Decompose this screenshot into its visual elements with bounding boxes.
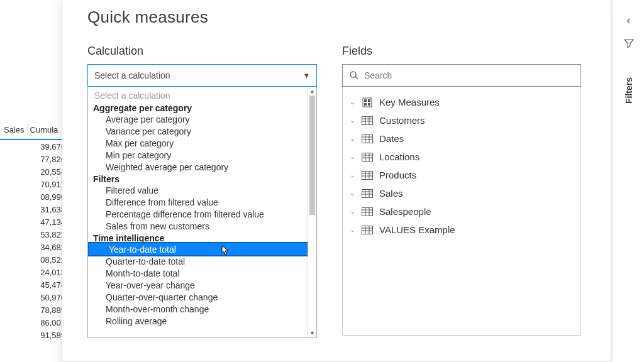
calculation-select[interactable]: Select a calculation ▼ <box>87 64 317 87</box>
svg-rect-3 <box>364 99 367 102</box>
fields-tree-item[interactable]: ⌄Customers <box>348 111 573 129</box>
fields-tree-item-label: Locations <box>379 151 419 162</box>
table-row: 20,554 <box>0 165 69 178</box>
fields-tree-item-label: Products <box>379 170 416 180</box>
dropdown-item[interactable]: Difference from filtered value <box>88 196 308 208</box>
fields-tree-item[interactable]: ⌄VALUES Example <box>348 221 573 239</box>
fields-tree-item-label: Key Measures <box>379 97 440 107</box>
dialog-title: Quick measures <box>87 8 586 27</box>
fields-tree-item[interactable]: ⌄Products <box>348 166 573 184</box>
table-row: 70,912 <box>0 178 69 190</box>
dropdown-placeholder: Select a calculation <box>88 89 308 102</box>
dropdown-item[interactable]: Weighted average per category <box>88 161 308 173</box>
dropdown-item[interactable]: Min per category <box>88 149 308 161</box>
fields-tree-item[interactable]: ⌄Locations <box>348 148 573 166</box>
table-icon <box>362 207 373 217</box>
fields-tree-item-label: Salespeople <box>379 206 431 217</box>
chevron-left-icon[interactable]: ‹ <box>627 14 631 27</box>
table-row: 08,990 <box>0 190 69 203</box>
table-icon <box>362 134 373 144</box>
cursor-icon <box>221 245 231 255</box>
dropdown-item[interactable]: Month-to-date total <box>88 267 308 279</box>
chevron-down-icon[interactable]: ⌄ <box>349 134 355 143</box>
bg-col-cumulative: Cumula <box>28 123 61 136</box>
search-icon <box>349 70 359 80</box>
fields-tree-item[interactable]: ⌄Dates <box>348 129 573 148</box>
table-row: 34,682 <box>0 241 69 253</box>
calculation-label: Calculation <box>87 45 317 58</box>
bg-col-sales: Sales <box>1 123 28 136</box>
svg-rect-22 <box>362 171 373 179</box>
chevron-down-icon[interactable]: ⌄ <box>349 116 355 124</box>
calculation-select-value: Select a calculation <box>94 70 170 80</box>
svg-rect-17 <box>362 153 373 161</box>
dropdown-item[interactable]: Rolling average <box>88 315 308 327</box>
svg-rect-4 <box>368 99 370 102</box>
fields-tree-item-label: VALUES Example <box>379 224 455 235</box>
fields-search[interactable] <box>342 64 581 87</box>
dropdown-group-label: Filters <box>88 173 308 184</box>
chevron-down-icon[interactable]: ⌄ <box>349 226 355 234</box>
background-table: Sales Cumula 39,67677,82620,55470,91208,… <box>0 121 69 347</box>
scroll-up-icon[interactable]: ▲ <box>308 87 316 96</box>
svg-rect-5 <box>364 103 367 106</box>
table-row: 86,001 <box>0 316 69 329</box>
chevron-down-icon[interactable]: ⌄ <box>349 189 355 197</box>
dropdown-item[interactable]: Quarter-over-quarter change <box>88 291 308 303</box>
fields-label: Fields <box>342 45 581 58</box>
dropdown-group-label: Aggregate per category <box>88 102 308 113</box>
table-row: 24,018 <box>0 266 69 278</box>
dropdown-item[interactable]: Sales from new customers <box>88 220 308 232</box>
fields-search-input[interactable] <box>364 70 574 80</box>
svg-rect-6 <box>368 103 370 106</box>
dropdown-item[interactable]: Percentage difference from filtered valu… <box>88 208 308 220</box>
filter-icon <box>624 38 634 48</box>
table-row: 45,474 <box>0 278 69 291</box>
table-icon <box>362 225 373 235</box>
filters-pane-collapsed[interactable]: ‹ Filters <box>613 0 644 362</box>
table-icon <box>362 152 373 162</box>
dropdown-item[interactable]: Quarter-to-date total <box>88 255 308 267</box>
svg-point-0 <box>350 72 356 77</box>
table-row: 78,889 <box>0 304 69 316</box>
dropdown-item[interactable]: Year-to-date total <box>88 242 308 256</box>
fields-tree-item-label: Customers <box>379 115 425 126</box>
dropdown-item[interactable]: Max per category <box>88 137 308 149</box>
dropdown-item[interactable]: Filtered value <box>88 184 308 196</box>
table-row: 50,970 <box>0 291 69 304</box>
table-icon <box>362 170 373 180</box>
fields-tree-item-label: Sales <box>379 188 403 199</box>
measure-icon <box>362 97 373 107</box>
chevron-down-icon[interactable]: ⌄ <box>349 153 355 161</box>
table-row: 77,826 <box>0 153 69 165</box>
scroll-thumb[interactable] <box>309 96 315 215</box>
svg-line-1 <box>355 77 358 79</box>
quick-measures-dialog: Quick measures Calculation Select a calc… <box>62 0 611 362</box>
calculation-dropdown[interactable]: Select a calculationAggregate per catego… <box>87 87 317 338</box>
chevron-down-icon[interactable]: ⌄ <box>349 98 355 106</box>
dropdown-scrollbar[interactable]: ▲ ▼ <box>308 87 316 337</box>
svg-rect-37 <box>362 226 373 234</box>
table-row: 39,676 <box>0 140 69 153</box>
chevron-down-icon[interactable]: ⌄ <box>349 207 355 216</box>
table-row: 08,522 <box>0 253 69 266</box>
dropdown-item[interactable]: Variance per category <box>88 125 308 137</box>
fields-tree-item[interactable]: ⌄Salespeople <box>348 202 573 221</box>
svg-rect-12 <box>362 134 373 143</box>
table-row: 47,134 <box>0 216 69 228</box>
table-row: 31,638 <box>0 203 69 216</box>
table-row: 91,589 <box>0 329 69 341</box>
scroll-down-icon[interactable]: ▼ <box>308 329 316 337</box>
chevron-down-icon[interactable]: ⌄ <box>349 171 355 179</box>
fields-tree-item[interactable]: ⌄Sales <box>348 184 573 202</box>
dropdown-item[interactable]: Average per category <box>88 113 308 125</box>
table-icon <box>362 116 373 126</box>
dropdown-item[interactable]: Month-over-month change <box>88 303 308 315</box>
dropdown-item[interactable]: Year-over-year change <box>88 279 308 291</box>
fields-tree-item[interactable]: ⌄Key Measures <box>348 93 573 111</box>
filters-pane-label: Filters <box>624 77 634 104</box>
svg-rect-32 <box>362 207 373 216</box>
table-icon <box>362 189 373 199</box>
fields-tree[interactable]: ⌄Key Measures⌄Customers⌄Dates⌄Locations⌄… <box>342 87 581 336</box>
svg-rect-7 <box>362 116 373 124</box>
